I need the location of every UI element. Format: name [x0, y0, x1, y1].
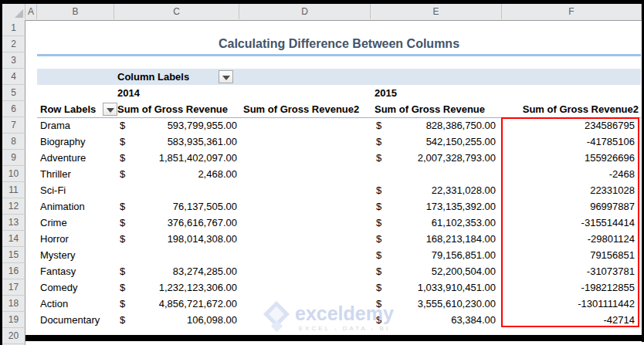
row-header[interactable]: 6 [2, 101, 25, 117]
sheet-title: Calculating Difference Between Columns [37, 36, 641, 52]
gross-revenue-2015-cell[interactable]: 828,386,750.00 [372, 117, 496, 134]
title-underline [37, 54, 641, 56]
year-group-2015[interactable]: 2015 [375, 85, 397, 101]
column-labels-header: Column Labels [117, 69, 189, 85]
genre-label-cell[interactable]: Mystery [40, 247, 76, 263]
row-header[interactable]: 4 [2, 69, 25, 85]
year-group-2014[interactable]: 2014 [117, 85, 140, 101]
genre-label-cell[interactable]: Drama [40, 117, 70, 134]
watermark: exceldemy EXCEL - DATA - BI [261, 302, 394, 334]
column-header-F[interactable]: F [502, 4, 642, 19]
difference-column-highlight-box [501, 117, 639, 327]
column-header-E[interactable]: E [371, 4, 502, 19]
header-sum-gross-revenue2-2015[interactable]: Sum of Gross Revenue2 [502, 101, 639, 117]
row-header[interactable]: 2 [2, 36, 25, 52]
watermark-brand: exceldemy [295, 304, 394, 323]
gross-revenue-2015-cell[interactable]: 22,331,028.00 [372, 182, 496, 198]
gross-revenue-2015-cell[interactable]: 52,200,504.00 [372, 263, 496, 279]
gross-revenue-2014-cell[interactable]: 2,468.00 [116, 166, 237, 182]
genre-label-cell[interactable]: Comedy [40, 279, 77, 296]
row-labels-filter-button[interactable] [103, 103, 117, 116]
gross-revenue-2014-cell[interactable]: 4,856,721,672.00 [116, 296, 237, 312]
row-header[interactable]: 5 [2, 85, 25, 101]
gross-revenue-2014-cell[interactable]: 106,098.00 [116, 312, 237, 328]
gross-revenue-2015-cell[interactable]: 61,102,353.00 [372, 215, 496, 231]
gross-revenue-2014-cell[interactable]: 593,799,955.00 [116, 117, 237, 134]
genre-label-cell[interactable]: Biography [40, 134, 86, 150]
column-header-D[interactable]: D [239, 4, 371, 19]
gross-revenue-2015-cell[interactable]: 173,135,392.00 [372, 198, 496, 215]
genre-label-cell[interactable]: Action [40, 296, 68, 312]
row-header[interactable]: 20 [2, 328, 25, 344]
genre-label-cell[interactable]: Sci-Fi [40, 182, 66, 198]
gross-revenue-2015-cell[interactable]: 542,150,255.00 [372, 134, 496, 150]
header-sum-gross-revenue2-2014[interactable]: Sum of Gross Revenue2 [243, 101, 359, 117]
genre-label-cell[interactable]: Documentary [40, 312, 100, 328]
genre-label-cell[interactable]: Thriller [40, 166, 71, 182]
gross-revenue-2015-cell[interactable]: 168,213,184.00 [372, 231, 496, 247]
genre-label-cell[interactable]: Horror [40, 231, 69, 247]
gross-revenue-2014-cell[interactable]: 1,232,123,306.00 [116, 279, 237, 296]
row-header[interactable]: 1 [2, 20, 25, 36]
row-labels-header: Row Labels [40, 101, 96, 117]
chevron-down-icon [107, 108, 114, 113]
gross-revenue-2015-cell[interactable]: 2,007,328,793.00 [372, 150, 496, 166]
frame-bottom [24, 335, 644, 341]
genre-label-cell[interactable]: Crime [40, 215, 67, 231]
gross-revenue-2014-cell[interactable]: 83,274,285.00 [116, 263, 237, 279]
header-sum-gross-revenue-2014[interactable]: Sum of Gross Revenue [117, 101, 228, 117]
gross-revenue-2014-cell[interactable]: 376,616,767.00 [116, 215, 237, 231]
chevron-down-icon [222, 76, 230, 80]
column-header-strip: A B C D E F [2, 4, 642, 21]
genre-label-cell[interactable]: Adventure [40, 150, 86, 166]
genre-label-cell[interactable]: Animation [40, 198, 85, 215]
gross-revenue-2015-cell[interactable]: 1,033,910,451.00 [372, 279, 496, 296]
exceldemy-logo-icon [261, 302, 295, 334]
column-header-B[interactable]: B [37, 4, 114, 19]
gross-revenue-2015-cell[interactable]: 79,156,851.00 [372, 247, 496, 263]
select-all-corner[interactable] [2, 4, 25, 19]
column-header-A[interactable]: A [25, 4, 37, 19]
select-all-triangle-icon [15, 9, 23, 18]
excel-window: A B C D E F 1 2 3 4 5 6 7 8 9 10 11 12 [0, 0, 644, 345]
column-labels-filter-button[interactable] [219, 70, 233, 83]
header-sum-gross-revenue-2015[interactable]: Sum of Gross Revenue [375, 101, 485, 117]
gross-revenue-2014-cell[interactable]: 76,137,505.00 [116, 198, 237, 215]
gross-revenue-2014-cell[interactable]: 198,014,308.00 [116, 231, 237, 247]
watermark-tagline: EXCEL - DATA - BI [299, 325, 390, 332]
row-header[interactable]: 3 [2, 52, 25, 69]
column-header-C[interactable]: C [114, 4, 239, 19]
gross-revenue-2014-cell[interactable]: 1,851,402,097.00 [116, 150, 237, 166]
genre-label-cell[interactable]: Fantasy [40, 263, 76, 279]
gross-revenue-2014-cell[interactable]: 583,935,361.00 [116, 134, 237, 150]
